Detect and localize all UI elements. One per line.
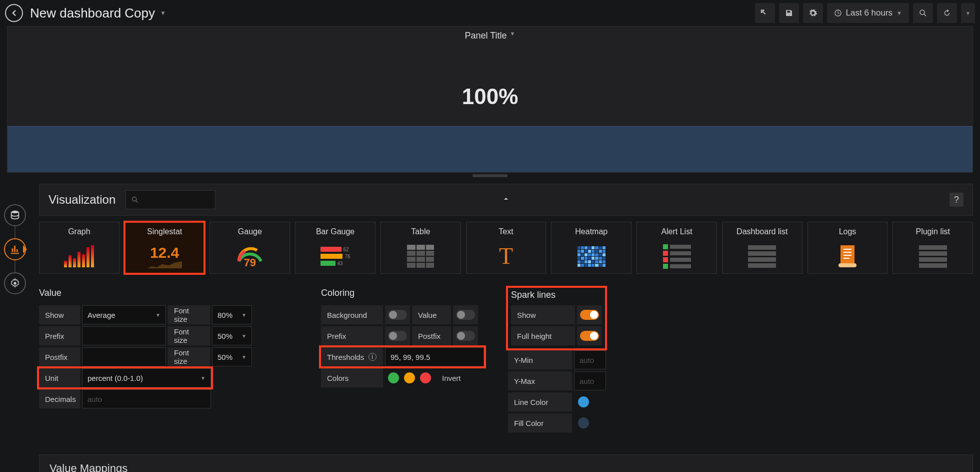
refresh-button[interactable] [937, 3, 957, 23]
unit-select[interactable]: percent (0.0-1.0)▼ [82, 368, 211, 387]
dashboard-title: New dashboard Copy [30, 6, 155, 21]
linecolor-picker[interactable] [578, 396, 589, 407]
svg-point-1 [920, 10, 924, 15]
sparkline-area [8, 126, 972, 172]
viz-option-graph[interactable]: Graph [39, 222, 120, 274]
viz-option-text[interactable]: Text T [466, 222, 546, 274]
table-icon [407, 245, 434, 268]
value-heading: Value [39, 288, 309, 298]
viz-option-dashboardlist[interactable]: Dashboard list [722, 222, 802, 274]
fontsize2-select[interactable]: 50%▼ [212, 326, 252, 345]
svg-point-4 [132, 197, 136, 201]
mappings-heading: Value Mappings [50, 462, 962, 472]
share-button[interactable] [755, 3, 775, 23]
gear-icon [10, 278, 20, 289]
tab-general[interactable] [4, 272, 26, 294]
panel-title-dropdown[interactable]: Panel Title ▼ [8, 27, 972, 43]
spark-show-label: Show [511, 305, 575, 324]
sparklines-settings: Spark lines Show Full height Y-Min auto [508, 288, 638, 432]
viz-option-heatmap[interactable]: Heatmap [551, 222, 632, 274]
show-select[interactable]: Average▼ [82, 305, 166, 324]
prefix-input[interactable] [82, 326, 166, 345]
value-toggle[interactable] [456, 310, 475, 320]
chart-icon [10, 244, 20, 255]
editor-tab-rail [4, 204, 26, 294]
tab-visualization[interactable] [4, 238, 26, 260]
viz-option-bargauge[interactable]: Bar Gauge 62 76 43 [295, 222, 376, 274]
thresholds-input[interactable]: 95, 99, 99.5 [385, 347, 484, 366]
value-label: Value [412, 305, 451, 324]
search-icon [918, 9, 928, 18]
ymin-input[interactable]: auto [574, 350, 606, 369]
viz-option-gauge[interactable]: Gauge 79 [210, 222, 290, 274]
help-button[interactable]: ? [950, 193, 964, 207]
color-picker-orange[interactable] [404, 372, 415, 383]
list-icon [748, 245, 776, 268]
color-picker-green[interactable] [388, 372, 399, 383]
viz-option-singlestat[interactable]: Singlestat 12.4 [124, 222, 205, 274]
coloring-settings: Coloring Background Value Prefix Postfix… [321, 288, 496, 432]
graph-icon [64, 245, 94, 267]
prefix-toggle[interactable] [388, 331, 407, 341]
background-toggle[interactable] [388, 310, 407, 320]
info-icon[interactable]: i [368, 353, 376, 361]
fontsize1-select[interactable]: 80%▼ [212, 305, 252, 324]
tab-queries[interactable] [4, 204, 26, 226]
spark-show-toggle[interactable] [580, 310, 599, 320]
settings-button[interactable] [803, 3, 823, 23]
panel-resize-handle[interactable] [472, 174, 508, 177]
save-button[interactable] [779, 3, 799, 23]
time-picker[interactable]: Last 6 hours ▼ [827, 3, 909, 23]
viz-option-alertlist[interactable]: Alert List [636, 222, 717, 274]
singlestat-value: 100% [462, 84, 518, 109]
bargauge-icon: 62 76 43 [320, 247, 350, 266]
zoom-out-button[interactable] [913, 3, 933, 23]
list-icon [919, 245, 947, 268]
ymin-label: Y-Min [508, 350, 572, 369]
thresholds-label: Thresholds i [321, 347, 383, 366]
visualization-search[interactable] [126, 190, 216, 209]
coloring-postfix-label: Postfix [412, 326, 451, 345]
viz-option-pluginlist[interactable]: Plugin list [892, 222, 973, 274]
svg-rect-6 [838, 263, 856, 267]
section-title: Visualization [48, 193, 116, 207]
value-settings: Value Show Average▼ Font size 80%▼ Prefi… [39, 288, 309, 432]
ymax-input[interactable]: auto [574, 371, 606, 390]
share-icon [760, 9, 770, 18]
viz-option-table[interactable]: Table [380, 222, 461, 274]
logs-icon [838, 244, 858, 268]
svg-point-2 [12, 211, 19, 214]
linecolor-label: Line Color [508, 392, 572, 411]
panel-title: Panel Title [465, 31, 507, 41]
visualization-editor: Visualization ? Graph Singlestat 12.4 Ga… [39, 184, 973, 432]
value-mappings-section: Value Mappings Type value to text▼ [39, 454, 973, 472]
decimals-input[interactable]: auto [82, 389, 211, 408]
fontsize3-select[interactable]: 50%▼ [212, 347, 252, 366]
postfix-input[interactable] [82, 347, 166, 366]
collapse-section[interactable] [502, 195, 510, 205]
chevron-down-icon: ▼ [966, 11, 970, 16]
database-icon [10, 210, 20, 221]
background-label: Background [321, 305, 383, 324]
unit-label: Unit [39, 368, 80, 387]
invert-label[interactable]: Invert [436, 368, 467, 387]
viz-option-logs[interactable]: Logs [808, 222, 888, 274]
fillcolor-picker[interactable] [578, 417, 589, 428]
singlestat-icon: 12.4 [150, 244, 179, 261]
color-picker-red[interactable] [420, 372, 431, 383]
sparklines-heading: Spark lines [511, 290, 602, 300]
chevron-down-icon: ▼ [160, 10, 166, 17]
visualization-header: Visualization ? [39, 184, 973, 216]
search-icon [131, 196, 139, 204]
panel-preview-region: Panel Title ▼ 100% [7, 26, 973, 173]
back-button[interactable] [5, 4, 23, 22]
postfix-toggle[interactable] [456, 331, 475, 341]
dashboard-title-dropdown[interactable]: New dashboard Copy ▼ [30, 6, 166, 21]
coloring-heading: Coloring [321, 288, 496, 298]
save-icon [784, 9, 794, 18]
spark-fullheight-label: Full height [511, 326, 575, 345]
spark-fullheight-toggle[interactable] [580, 331, 599, 341]
refresh-interval-dropdown[interactable]: ▼ [961, 3, 975, 23]
chevron-down-icon: ▼ [896, 10, 902, 16]
gear-icon [808, 9, 818, 18]
